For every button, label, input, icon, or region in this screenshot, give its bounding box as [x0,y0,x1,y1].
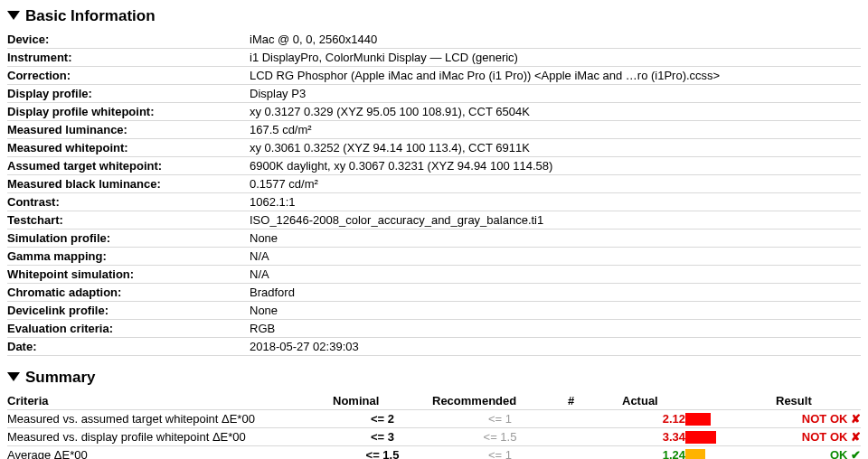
hash-cell [568,446,622,460]
info-row: Display profile whitepoint:xy 0.3127 0.3… [7,103,861,121]
info-key: Assumed target whitepoint: [7,157,250,175]
info-value: N/A [250,248,861,266]
basic-info-table: Device:iMac @ 0, 0, 2560x1440Instrument:… [7,31,861,356]
info-key: Measured black luminance: [7,175,250,193]
info-row: Assumed target whitepoint:6900K daylight… [7,157,861,175]
info-row: Correction:LCD RG Phosphor (Apple iMac a… [7,67,861,85]
info-row: Contrast:1062.1:1 [7,193,861,211]
actual-cell: 2.12 [622,410,685,428]
info-row: Measured luminance:167.5 cd/m² [7,121,861,139]
disclosure-triangle-icon [7,372,20,381]
section-basic-information[interactable]: Basic Information [7,7,861,25]
info-row: Measured whitepoint:xy 0.3061 0.3252 (XY… [7,139,861,157]
col-hash: # [568,392,622,410]
summary-row: Measured vs. display profile whitepoint … [7,428,861,446]
info-value: N/A [250,266,861,284]
info-value: 2018-05-27 02:39:03 [250,338,861,356]
bar-wrap [685,449,776,460]
bar-segment [685,449,705,460]
nominal-cell: <= 3 [333,428,432,446]
info-row: Display profile:Display P3 [7,85,861,103]
info-value: xy 0.3061 0.3252 (XYZ 94.14 100 113.4), … [250,139,861,157]
info-value: 1062.1:1 [250,193,861,211]
info-value: 0.1577 cd/m² [250,175,861,193]
info-key: Display profile whitepoint: [7,103,250,121]
actual-cell: 3.34 [622,428,685,446]
info-value: 167.5 cd/m² [250,121,861,139]
hash-cell [568,410,622,428]
info-row: Instrument:i1 DisplayPro, ColorMunki Dis… [7,49,861,67]
bar-segment [685,431,716,444]
info-value: RGB [250,320,861,338]
result-cell: NOT OK ✘ [776,410,861,428]
col-recommended: Recommended [432,392,568,410]
col-result: Result [776,392,861,410]
info-value: None [250,302,861,320]
actual-cell: 1.24 [622,446,685,460]
info-row: Gamma mapping:N/A [7,248,861,266]
section-summary[interactable]: Summary [7,369,861,387]
bar-wrap [685,431,776,444]
criteria-cell: Measured vs. assumed target whitepoint Δ… [7,410,333,428]
result-cell: NOT OK ✘ [776,428,861,446]
info-value: LCD RG Phosphor (Apple iMac and iMac Pro… [250,67,861,85]
info-value: 6900K daylight, xy 0.3067 0.3231 (XYZ 94… [250,157,861,175]
info-key: Gamma mapping: [7,248,250,266]
info-row: Device:iMac @ 0, 0, 2560x1440 [7,31,861,49]
info-key: Contrast: [7,193,250,211]
bar-segment [685,413,711,426]
info-value: i1 DisplayPro, ColorMunki Display — LCD … [250,49,861,67]
bar-cell [685,410,776,428]
col-actual: Actual [622,392,685,410]
info-value: Bradford [250,284,861,302]
col-nominal: Nominal [333,392,432,410]
info-row: Evaluation criteria:RGB [7,320,861,338]
summary-table: Criteria Nominal Recommended # Actual Re… [7,392,861,459]
section-title: Summary [25,369,95,387]
recommended-cell: <= 1 [432,410,568,428]
result-cell: OK ✔ [776,446,861,460]
disclosure-triangle-icon [7,11,20,20]
bar-wrap [685,413,776,426]
recommended-cell: <= 1.5 [432,428,568,446]
col-criteria: Criteria [7,392,333,410]
hash-cell [568,428,622,446]
info-key: Measured luminance: [7,121,250,139]
section-title: Basic Information [25,7,156,25]
info-key: Instrument: [7,49,250,67]
info-key: Date: [7,338,250,356]
info-key: Measured whitepoint: [7,139,250,157]
info-row: Whitepoint simulation:N/A [7,266,861,284]
recommended-cell: <= 1 [432,446,568,460]
info-key: Whitepoint simulation: [7,266,250,284]
nominal-cell: <= 1.5 [333,446,432,460]
info-key: Simulation profile: [7,230,250,248]
info-key: Devicelink profile: [7,302,250,320]
info-row: Measured black luminance:0.1577 cd/m² [7,175,861,193]
info-key: Correction: [7,67,250,85]
info-key: Testchart: [7,211,250,230]
info-row: Date:2018-05-27 02:39:03 [7,338,861,356]
summary-row: Average ΔE*00<= 1.5<= 11.24OK ✔ [7,446,861,460]
info-value: xy 0.3127 0.329 (XYZ 95.05 100 108.91), … [250,103,861,121]
info-key: Evaluation criteria: [7,320,250,338]
criteria-cell: Average ΔE*00 [7,446,333,460]
bar-cell [685,446,776,460]
info-row: Devicelink profile:None [7,302,861,320]
info-row: Testchart:ISO_12646-2008_color_accuracy_… [7,211,861,230]
bar-cell [685,428,776,446]
info-value: Display P3 [250,85,861,103]
info-row: Simulation profile:None [7,230,861,248]
info-value: None [250,230,861,248]
summary-row: Measured vs. assumed target whitepoint Δ… [7,410,861,428]
nominal-cell: <= 2 [333,410,432,428]
info-value: iMac @ 0, 0, 2560x1440 [250,31,861,49]
info-row: Chromatic adaption:Bradford [7,284,861,302]
col-bar [685,392,776,410]
criteria-cell: Measured vs. display profile whitepoint … [7,428,333,446]
info-key: Chromatic adaption: [7,284,250,302]
info-key: Device: [7,31,250,49]
info-value: ISO_12646-2008_color_accuracy_and_gray_b… [250,211,861,230]
info-key: Display profile: [7,85,250,103]
